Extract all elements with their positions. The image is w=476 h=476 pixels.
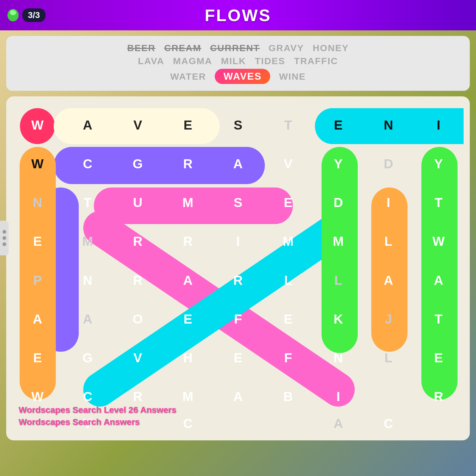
cell-3-1: I [213, 222, 263, 261]
word-water: WATER [170, 71, 206, 82]
word-cream: CREAM [164, 43, 201, 53]
cell-4-5: A [12, 300, 63, 338]
cell-3-6: P [12, 261, 63, 300]
score-badge: 3/3 [6, 8, 46, 22]
watermark-line1: Wordscapes Search Level 26 Answers [19, 404, 176, 416]
cell-5-2: J [363, 300, 413, 338]
game-container: W A V E S T E N I W C G R A V Y D Y N T … [6, 96, 470, 440]
cell-2-3: E [263, 183, 313, 222]
score-display: 3/3 [22, 8, 46, 22]
cell-7-8: A [313, 416, 364, 431]
word-honey: HONEY [313, 43, 349, 53]
cell-2-4: D [313, 183, 364, 222]
cell-0-3: E [163, 106, 213, 144]
cell-4-0: R [213, 261, 263, 300]
header: 3/3 FLOWS [0, 0, 476, 30]
cell-1-2: R [163, 144, 213, 183]
cell-5-4: E [12, 339, 63, 377]
word-waves: WAVES [215, 69, 270, 84]
cell-5-0: E [263, 300, 313, 338]
cell-3-2: M [263, 222, 313, 261]
words-panel: BEER CREAM CURRENT GRAVY HONEY LAVA MAGM… [6, 36, 470, 91]
cell-2-2: S [213, 183, 263, 222]
cell-4-2: L [313, 261, 364, 300]
cell-0-4: S [213, 106, 263, 144]
cell-2-1: M [163, 183, 213, 222]
watermark: Wordscapes Search Level 26 Answers Words… [19, 404, 176, 428]
letter-grid: W A V E S T E N I W C G R A V Y D Y N T … [12, 106, 464, 431]
cell-7-1: R [413, 377, 464, 416]
cell-3-4: L [363, 222, 413, 261]
cell-7-6 [213, 416, 263, 431]
cell-5-9: F [263, 339, 313, 377]
cell-5-1: K [313, 300, 364, 338]
cell-1-7: Y [413, 144, 464, 183]
cell-0-1: A [63, 106, 113, 144]
cell-2-0: U [113, 183, 163, 222]
cell-3-7: N [63, 261, 113, 300]
words-row-2: LAVA MAGMA MILK TIDES TRAFFIC [138, 56, 338, 66]
word-beer: BEER [127, 43, 155, 53]
cell-6-1: L [363, 339, 413, 377]
cell-7-7 [263, 416, 313, 431]
word-magma: MAGMA [173, 56, 212, 66]
cell-0-6: E [313, 106, 364, 144]
cell-4-6: A [63, 300, 113, 338]
side-dot-2 [2, 236, 6, 240]
cell-5-6: V [113, 339, 163, 377]
cell-6-2: E [413, 339, 464, 377]
game-title: FLOWS [205, 6, 271, 25]
cell-4-1: L [263, 261, 313, 300]
cell-2-8: M [63, 222, 113, 261]
word-traffic: TRAFFIC [294, 56, 338, 66]
cell-5-5: G [63, 339, 113, 377]
side-dot-3 [2, 242, 6, 246]
cell-1-1: G [113, 144, 163, 183]
cell-2-9: R [113, 222, 163, 261]
cell-1-5: Y [313, 144, 364, 183]
cell-0-5: T [263, 106, 313, 144]
side-panel [0, 221, 9, 255]
cell-2-6: T [413, 183, 464, 222]
cell-4-4: A [413, 261, 464, 300]
cell-3-3: M [313, 222, 364, 261]
cell-0-7: N [363, 106, 413, 144]
watermark-line2: Wordscapes Search Answers [19, 416, 176, 428]
cell-1-8: N [12, 183, 63, 222]
word-gravy: GRAVY [268, 43, 304, 53]
word-milk: MILK [221, 56, 246, 66]
cell-4-8: E [163, 300, 213, 338]
cell-7-9: C [363, 416, 413, 431]
word-lava: LAVA [138, 56, 164, 66]
cell-0-9: W [12, 144, 63, 183]
cell-6-7: A [213, 377, 263, 416]
cell-7-0 [363, 377, 413, 416]
cell-2-5: I [363, 183, 413, 222]
cell-0-2: V [113, 106, 163, 144]
cell-1-3: A [213, 144, 263, 183]
cell-4-3: A [363, 261, 413, 300]
side-dot-1 [2, 230, 6, 234]
cell-3-5: W [413, 222, 464, 261]
word-current: CURRENT [210, 43, 260, 53]
cell-6-0: N [313, 339, 364, 377]
cell-1-4: V [263, 144, 313, 183]
word-wine: WINE [279, 71, 306, 82]
word-tides: TIDES [255, 56, 285, 66]
cell-4-9: F [213, 300, 263, 338]
cell-5-8: E [213, 339, 263, 377]
words-row-3: WATER WAVES WINE [170, 69, 306, 84]
cell-5-7: H [163, 339, 213, 377]
svg-point-2 [11, 11, 13, 12]
gem-icon [6, 8, 20, 22]
cell-1-6: D [363, 144, 413, 183]
cell-4-7: O [113, 300, 163, 338]
grid-wrapper: W A V E S T E N I W C G R A V Y D Y N T … [12, 106, 464, 431]
cell-2-7: E [12, 222, 63, 261]
cell-6-9: I [313, 377, 364, 416]
cell-6-8: B [263, 377, 313, 416]
cell-3-0: R [163, 222, 213, 261]
cell-0-0: W [12, 106, 63, 144]
cell-0-8: I [413, 106, 464, 144]
cell-1-9: T [63, 183, 113, 222]
